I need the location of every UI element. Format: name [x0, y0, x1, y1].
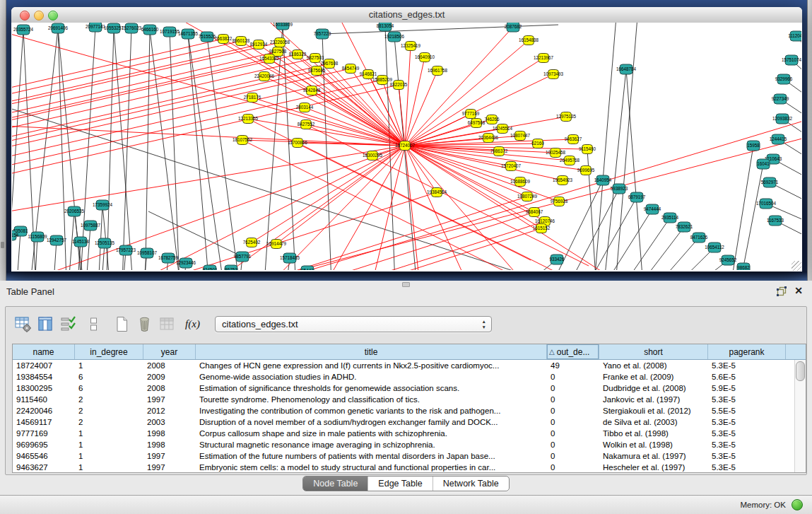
graph-edge[interactable] [12, 45, 259, 158]
desktop-bottom-band [0, 271, 812, 281]
table-cell: 49 [547, 361, 599, 370]
collapsed-left-panel-strip[interactable] [0, 0, 6, 281]
graph-edge[interactable] [495, 259, 557, 270]
graph-edge[interactable] [405, 146, 541, 228]
table-cell: 2008 [143, 361, 196, 370]
column-header-pagerank[interactable]: pagerank [708, 344, 786, 359]
column-header-title[interactable]: title [196, 344, 547, 359]
graph-node-label: 18807249 [517, 194, 538, 199]
table-row[interactable]: 946554611997Estimation of the future num… [13, 450, 795, 462]
graph-edge[interactable] [651, 247, 714, 270]
window-minimize-button[interactable] [34, 11, 44, 21]
graph-edge[interactable] [664, 260, 728, 270]
graph-node-label: 8960128 [233, 38, 250, 43]
graph-edge[interactable] [242, 140, 525, 270]
close-panel-icon[interactable]: ✕ [794, 285, 803, 296]
table-row[interactable]: 1872400712008Changes of HCN gene express… [13, 360, 795, 371]
table-cell: Franke et al. (2009) [599, 373, 708, 381]
graph-edge[interactable] [83, 192, 437, 270]
graph-edge[interactable] [620, 227, 684, 270]
memory-ok-indicator[interactable] [792, 499, 803, 510]
table-vertical-scrollbar[interactable] [794, 360, 806, 472]
graph-edge[interactable] [276, 146, 405, 244]
graph-edge[interactable] [405, 146, 563, 180]
table-cell: Genome-wide association studies in ADHD. [196, 373, 547, 381]
table-row[interactable]: 977716911998Corpus callosum shape and si… [13, 428, 795, 439]
table-row[interactable]: 1938455462009Genome-wide association stu… [13, 371, 795, 382]
table-row[interactable]: 2242004622012Investigating the contribut… [13, 405, 795, 416]
import-table-disabled-button [158, 315, 176, 333]
window-resize-grip[interactable] [792, 261, 801, 271]
graph-edge[interactable] [148, 211, 242, 257]
table-cell: 0 [547, 418, 599, 426]
graph-edge[interactable] [405, 46, 411, 146]
column-header-in-degree[interactable]: in_degree [75, 344, 143, 359]
table-cell: 0 [547, 429, 599, 438]
graph-edge[interactable] [322, 25, 558, 34]
table-row[interactable]: 1456911722003Disruption of a novel membe… [13, 416, 795, 428]
table-cell: Wolkin et al. (1998) [599, 440, 708, 449]
graph-edge[interactable] [405, 57, 425, 146]
column-functions-button[interactable] [59, 315, 77, 333]
window-zoom-button[interactable] [48, 11, 58, 21]
panel-expand-handle[interactable] [1, 242, 4, 248]
collapsed-right-panel-strip[interactable] [807, 0, 812, 281]
graph-edge[interactable] [736, 164, 763, 270]
column-header-short[interactable]: short [599, 344, 708, 359]
panel-splitter-handle[interactable] [402, 282, 410, 287]
table-cell: Embryonic stem cells: a model to study s… [196, 463, 547, 472]
graph-edge[interactable] [405, 146, 437, 192]
table-row[interactable]: 946362711997Embryonic stem cells: a mode… [13, 462, 795, 472]
graph-edge[interactable] [298, 143, 580, 270]
graph-node-label: 1145134 [72, 239, 90, 244]
rows-button[interactable] [85, 315, 102, 333]
column-header-out-degree[interactable]: △ out_de... [547, 344, 599, 359]
table-cell: Corpus callosum shape and size in male p… [196, 429, 547, 438]
network-table-select[interactable]: citations_edges.txt ▲▼ [215, 316, 492, 332]
float-panel-icon[interactable] [777, 286, 787, 296]
graph-edge[interactable] [58, 28, 67, 270]
graph-node-label: 9875685 [308, 68, 326, 73]
tab-node-table[interactable]: Node Table [303, 477, 367, 491]
column-header-year[interactable]: year [143, 344, 196, 359]
graph-edge[interactable] [127, 146, 405, 270]
graph-edge[interactable] [680, 268, 743, 270]
graph-edge[interactable] [12, 71, 317, 184]
graph-edge[interactable] [85, 226, 90, 270]
graph-edge[interactable] [145, 30, 150, 270]
tab-edge-table[interactable]: Edge Table [367, 477, 432, 491]
graph-node-label: 15958 [747, 143, 760, 148]
graph-edge[interactable] [252, 98, 405, 146]
scrollbar-thumb[interactable] [796, 361, 805, 381]
graph-edge[interactable] [405, 71, 437, 146]
select-columns-button[interactable] [37, 315, 54, 333]
network-window-titlebar[interactable]: citations_edges.txt [11, 7, 802, 23]
network-canvas[interactable]: 1872400776638228960128891293423226058982… [11, 23, 802, 271]
graph-edge[interactable] [188, 34, 226, 270]
graph-edge[interactable] [602, 69, 626, 270]
graph-node-label: 16245514 [493, 126, 513, 131]
graph-edge[interactable] [98, 205, 102, 270]
table-settings-button[interactable] [14, 315, 32, 333]
column-header-name[interactable]: name [13, 344, 75, 359]
table-row[interactable]: 1830029562008Estimation of significance … [13, 382, 795, 394]
graph-node-label: 15720407 [501, 163, 522, 168]
table-cell: 1 [75, 452, 143, 460]
table-row[interactable]: 969969511998Structural magnetic resonanc… [13, 439, 795, 450]
new-table-button[interactable] [113, 315, 131, 333]
table-cell: 2008 [143, 384, 196, 392]
delete-table-button[interactable] [136, 315, 153, 333]
network-table-select-value: citations_edges.txt [222, 319, 298, 329]
window-title: citations_edges.txt [11, 7, 802, 23]
function-builder-button[interactable]: f(x) [184, 315, 201, 333]
graph-node-label: 19654923 [553, 177, 573, 182]
graph-node-label: 10807447 [510, 133, 531, 138]
window-close-button[interactable] [20, 11, 30, 21]
graph-edge[interactable] [12, 59, 269, 172]
table-row[interactable]: 911546021997Tourette syndrome. Phenomeno… [13, 394, 795, 405]
graph-edge[interactable] [174, 197, 527, 270]
graph-edge[interactable] [12, 146, 405, 254]
graph-node-label: 12213355 [238, 116, 259, 121]
tab-network-table[interactable]: Network Table [433, 477, 509, 491]
graph-edge[interactable] [728, 146, 753, 270]
